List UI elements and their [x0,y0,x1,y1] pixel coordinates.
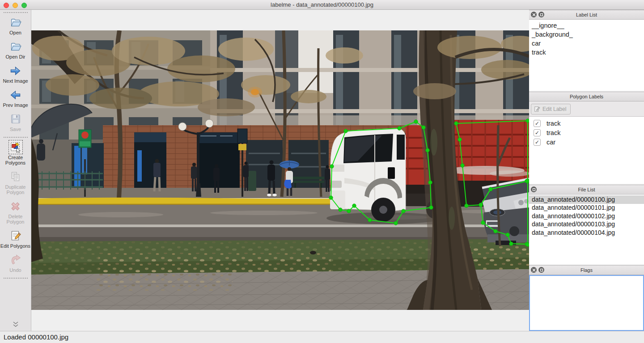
next-image-button[interactable]: Next Image [0,62,31,86]
status-bar: Loaded 00000100.jpg [0,331,644,343]
polygon-label-item[interactable]: ✓car [529,137,644,147]
polygon-vertex[interactable] [339,208,343,212]
checkbox-icon[interactable]: ✓ [534,139,541,146]
polygon-labels-toolbar: Edit Label [529,102,644,117]
checkbox-icon[interactable]: ✓ [534,129,541,136]
polygon-vertex[interactable] [506,233,510,237]
polygon-vertex[interactable] [368,218,372,222]
polygon-vertex[interactable] [422,126,426,130]
polygon-vertex[interactable] [526,119,529,123]
polygon-vertex[interactable] [526,243,529,247]
title-bar: labelme - data_annotated/00000100.jpg [0,0,644,10]
dock-panels: Label List __ignore___background_cartrac… [529,10,644,331]
polygon-label-text: track [547,129,560,136]
panel-title: File List [578,187,595,192]
file-list-header[interactable]: File List [529,185,644,195]
edit-pencil-icon [9,229,22,242]
flags-header[interactable]: Flags [529,265,644,275]
delete-polygon-button[interactable]: Delete Polygon [0,198,31,227]
label-list-item[interactable]: _background_ [529,30,644,39]
polygon-vertex[interactable] [458,138,462,142]
prev-image-button[interactable]: Prev Image [0,86,31,110]
chevron-double-down-icon [12,322,19,327]
polygon-vertex[interactable] [394,221,398,225]
polygon-vertex[interactable] [402,209,406,213]
polygon-vertex[interactable] [347,209,351,213]
polygon-vertex[interactable] [414,120,418,124]
floppy-disk-icon [9,113,22,125]
polygon-vertex[interactable] [525,179,529,183]
label-list-item[interactable]: car [529,39,644,48]
polygon-vertex[interactable] [481,221,485,225]
polygon-vertex[interactable] [489,187,493,191]
arrow-right-icon [9,64,22,77]
polygon-label-text: track [547,120,560,127]
file-list[interactable]: data_annotated/00000100.jpgdata_annotate… [529,195,644,264]
polygon-vertex[interactable] [465,204,469,208]
image-canvas[interactable]: 21 [31,10,529,331]
folder-open-icon [9,16,22,29]
toolbar-separator [4,278,28,279]
polygon-vertex[interactable] [454,122,458,126]
polygon-vertex[interactable] [494,229,498,233]
polygon-vertex[interactable] [428,181,432,185]
file-list-item[interactable]: data_annotated/00000104.jpg [529,229,644,237]
create-polygon-icon [9,141,22,153]
file-list-item[interactable]: data_annotated/00000100.jpg [529,195,644,204]
labelme-window: labelme - data_annotated/00000100.jpg Op… [0,0,644,343]
label-list-header[interactable]: Label List [529,10,644,20]
polygon-vertex[interactable] [509,242,513,246]
duplicate-polygon-button[interactable]: Duplicate Polygon [0,168,31,198]
polygon-label-item[interactable]: ✓track [529,119,644,128]
polygon-vertex[interactable] [398,127,402,131]
close-panel-icon[interactable] [531,12,537,17]
folder-open-icon [9,40,22,53]
window-title: labelme - data_annotated/00000100.jpg [0,1,644,8]
polygon-labels-panel: Polygon Labels Edit Label ✓track✓track✓c… [529,92,644,184]
open-button[interactable]: Open [0,14,31,38]
toolbar-drag-handle[interactable] [4,12,28,13]
close-panel-icon[interactable] [531,267,537,273]
float-panel-icon[interactable] [538,12,544,17]
polygon-vertex[interactable] [352,204,356,208]
polygon-vertex[interactable] [429,206,433,210]
delete-x-icon [9,200,22,212]
label-list-item[interactable]: track [529,48,644,57]
flags-list[interactable] [529,275,644,331]
undo-button[interactable]: Undo [0,251,31,275]
float-panel-icon[interactable] [531,186,537,192]
tools-toolbar: Open Open Dir Next Image Prev Image Save [0,10,31,331]
toolbar-expand-button[interactable] [0,321,31,329]
open-dir-button[interactable]: Open Dir [0,38,31,62]
polygon-label-item[interactable]: ✓track [529,128,644,137]
save-button[interactable]: Save [0,110,31,135]
label-list[interactable]: __ignore___background_cartrack [529,20,644,91]
polygon-vertex[interactable] [330,165,334,169]
polygon-vertex[interactable] [426,148,430,152]
toolbar-separator [4,137,28,138]
panel-title: Label List [576,12,597,17]
polygon-vertex[interactable] [461,164,465,168]
street-photo: 21 [31,30,529,310]
file-list-panel: File List data_annotated/00000100.jpgdat… [529,185,644,264]
file-list-item[interactable]: data_annotated/00000101.jpg [529,204,644,212]
edit-label-button[interactable]: Edit Label [531,104,571,114]
edit-polygons-button[interactable]: Edit Polygons [0,227,31,251]
polygon-vertex[interactable] [479,203,483,207]
float-panel-icon[interactable] [538,267,544,273]
undo-arrow-icon [9,254,22,266]
label-list-item[interactable]: __ignore__ [529,21,644,30]
label-list-panel: Label List __ignore___background_cartrac… [529,10,644,91]
polygon-label-list[interactable]: ✓track✓track✓car [529,117,644,184]
create-polygons-button[interactable]: Create Polygons [0,139,31,168]
file-list-item[interactable]: data_annotated/00000103.jpg [529,220,644,229]
polygon-labels-header[interactable]: Polygon Labels [529,92,644,102]
polygon-vertex[interactable] [344,129,348,133]
polygon-vertex[interactable] [329,196,333,200]
duplicate-icon [9,170,22,183]
arrow-left-icon [9,89,22,101]
checkbox-icon[interactable]: ✓ [534,120,541,127]
status-message: Loaded 00000100.jpg [4,333,68,341]
file-list-item[interactable]: data_annotated/00000102.jpg [529,212,644,220]
panel-title: Polygon Labels [570,94,603,99]
